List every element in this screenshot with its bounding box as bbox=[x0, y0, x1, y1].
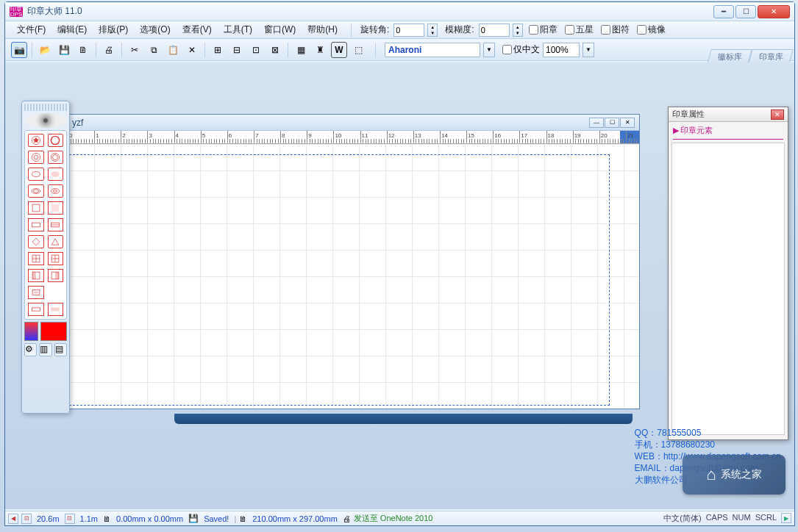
shape-bar-icon[interactable] bbox=[28, 303, 44, 316]
titlebar[interactable]: 印章DPS 印章大师 11.0 ━ ☐ ✕ bbox=[5, 2, 794, 21]
status-sizebox1-icon[interactable]: ⊡ bbox=[21, 514, 32, 524]
align-icon-2[interactable]: ⊟ bbox=[229, 42, 245, 58]
status-arrow-right-icon[interactable]: ▶ bbox=[781, 513, 791, 523]
blur-input[interactable] bbox=[479, 24, 510, 37]
print-icon[interactable]: 🖨 bbox=[101, 42, 117, 58]
svg-rect-21 bbox=[55, 272, 59, 279]
tab-badgelib[interactable]: 徽标库 bbox=[707, 49, 752, 64]
check-yang[interactable]: 阳章 bbox=[529, 24, 557, 36]
zoom-select[interactable]: 100% bbox=[543, 43, 580, 57]
menu-tools[interactable]: 工具(T) bbox=[219, 22, 257, 37]
shape-singlebox-icon[interactable] bbox=[28, 286, 44, 299]
doc-shadow bbox=[174, 414, 633, 424]
align-icon-4[interactable]: ⊠ bbox=[267, 42, 283, 58]
toolbox-footer-1[interactable]: ⚙ bbox=[24, 343, 37, 356]
doc-minimize-button[interactable]: — bbox=[589, 118, 604, 128]
shape-oval-ring-icon[interactable] bbox=[28, 184, 44, 198]
shape-bar2-icon[interactable] bbox=[48, 303, 64, 316]
cut-icon[interactable]: ✂ bbox=[127, 42, 143, 58]
blur-spinner[interactable]: ▲▼ bbox=[513, 24, 523, 37]
svg-rect-13 bbox=[51, 204, 59, 212]
shape-halves-icon[interactable] bbox=[28, 269, 44, 282]
tool-icon-w[interactable]: W bbox=[331, 42, 347, 58]
tool-icon-b[interactable]: ⬚ bbox=[350, 42, 366, 58]
doc-maximize-button[interactable]: ☐ bbox=[605, 118, 619, 128]
svg-point-7 bbox=[51, 172, 60, 177]
properties-title: 印章属性 bbox=[672, 109, 771, 120]
blur-label: 模糊度: bbox=[445, 24, 474, 36]
font-select[interactable]: Aharoni bbox=[385, 43, 480, 57]
menu-edit[interactable]: 编辑(E) bbox=[53, 22, 91, 37]
font-dropdown-icon[interactable]: ▼ bbox=[483, 43, 495, 57]
shape-rect-lines-icon[interactable] bbox=[48, 218, 64, 231]
shape-rect-icon[interactable] bbox=[28, 218, 44, 231]
menu-options[interactable]: 选项(O) bbox=[135, 22, 174, 37]
open-icon[interactable]: 📂 bbox=[37, 42, 53, 58]
close-button[interactable]: ✕ bbox=[758, 5, 790, 18]
shape-circle-star-icon[interactable] bbox=[28, 134, 44, 147]
gradient-swatch[interactable] bbox=[24, 322, 38, 341]
svg-point-6 bbox=[32, 172, 40, 177]
shape-grid2b-icon[interactable] bbox=[48, 252, 64, 265]
horizontal-ruler[interactable]: 0123456789101112131415161718192021 bbox=[68, 131, 639, 144]
minimize-button[interactable]: ━ bbox=[713, 5, 734, 18]
svg-point-11 bbox=[53, 190, 57, 193]
properties-close-button[interactable]: ✕ bbox=[771, 109, 784, 120]
check-star[interactable]: 五星 bbox=[565, 24, 594, 36]
svg-rect-24 bbox=[32, 308, 40, 311]
menu-layout[interactable]: 排版(P) bbox=[94, 22, 132, 37]
svg-point-10 bbox=[51, 189, 60, 194]
camera-icon[interactable]: 📷 bbox=[11, 42, 27, 58]
shape-halves2-icon[interactable] bbox=[48, 269, 64, 282]
doc-close-button[interactable]: ✕ bbox=[620, 118, 635, 128]
shape-diamond-icon[interactable] bbox=[28, 235, 44, 248]
canvas-area[interactable] bbox=[68, 144, 639, 409]
tab-seallib[interactable]: 印章库 bbox=[748, 49, 793, 64]
status-send[interactable]: 发送至 OneNote 2010 bbox=[354, 513, 433, 524]
shape-ellipse-hatch-icon[interactable] bbox=[48, 168, 64, 181]
properties-titlebar[interactable]: 印章属性 ✕ bbox=[669, 107, 788, 122]
shape-ring2-icon[interactable] bbox=[48, 151, 64, 164]
shape-toolbox[interactable]: ⚙ ▥ ▤ bbox=[21, 101, 70, 414]
shape-ellipse-icon[interactable] bbox=[28, 168, 44, 181]
properties-section-header[interactable]: ▶印章元素 bbox=[669, 122, 788, 139]
align-icon-1[interactable]: ⊞ bbox=[210, 42, 226, 58]
toolbox-footer-3[interactable]: ▤ bbox=[54, 343, 67, 356]
status-arrow-left-icon[interactable]: ◀ bbox=[8, 514, 18, 524]
client-area: yzf — ☐ ✕ 012345678910111213141516171819… bbox=[5, 62, 794, 509]
zoom-dropdown-icon[interactable]: ▼ bbox=[583, 43, 594, 57]
menu-file[interactable]: 文件(F) bbox=[13, 22, 50, 37]
copy-icon[interactable]: ⧉ bbox=[146, 42, 162, 58]
shape-triangle-icon[interactable] bbox=[48, 235, 64, 248]
rotate-input[interactable] bbox=[393, 24, 424, 37]
shape-grid2-icon[interactable] bbox=[28, 252, 44, 265]
paste-icon[interactable]: 📋 bbox=[165, 42, 181, 58]
menu-view[interactable]: 查看(V) bbox=[178, 22, 216, 37]
grid-icon[interactable]: ▦ bbox=[293, 42, 309, 58]
toolbox-grip[interactable] bbox=[24, 104, 67, 111]
check-cnonly[interactable]: 仅中文 bbox=[502, 43, 540, 56]
delete-icon[interactable]: ✕ bbox=[184, 42, 200, 58]
check-mirror[interactable]: 镜像 bbox=[637, 24, 666, 36]
watermark-badge: ⌂ 系统之家 bbox=[683, 455, 785, 495]
maximize-button[interactable]: ☐ bbox=[735, 5, 756, 18]
save-icon[interactable]: 💾 bbox=[56, 42, 72, 58]
tool-icon-a[interactable]: ♜ bbox=[312, 42, 328, 58]
eye-icon[interactable] bbox=[24, 113, 67, 128]
shape-ring-icon[interactable] bbox=[28, 151, 44, 164]
shape-square-icon[interactable] bbox=[28, 201, 44, 215]
status-sizebox2-icon[interactable]: ⊡ bbox=[65, 514, 75, 524]
align-icon-3[interactable]: ⊡ bbox=[248, 42, 264, 58]
menu-window[interactable]: 窗口(W) bbox=[260, 22, 300, 37]
document-titlebar[interactable]: yzf — ☐ ✕ bbox=[68, 115, 639, 131]
shape-square-fill-icon[interactable] bbox=[48, 201, 64, 215]
svg-point-2 bbox=[32, 153, 40, 161]
shape-circle-icon[interactable] bbox=[48, 134, 64, 147]
check-tufu[interactable]: 图符 bbox=[601, 24, 630, 36]
export-icon[interactable]: 🗎 bbox=[75, 42, 91, 58]
shape-oval-ring2-icon[interactable] bbox=[48, 184, 64, 198]
rotate-spinner[interactable]: ▲▼ bbox=[427, 24, 438, 37]
toolbox-footer-2[interactable]: ▥ bbox=[39, 343, 51, 356]
menu-help[interactable]: 帮助(H) bbox=[303, 22, 342, 37]
color-swatch[interactable] bbox=[40, 322, 67, 341]
